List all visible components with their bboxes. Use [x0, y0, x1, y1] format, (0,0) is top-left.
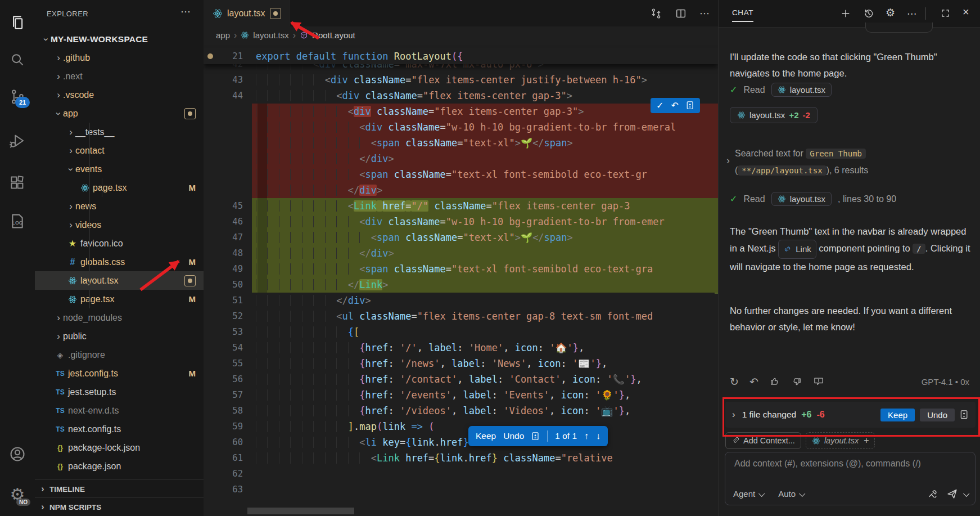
chevron-right-icon[interactable]: ›	[66, 145, 75, 156]
code-line-53[interactable]: 53 {[	[204, 324, 718, 340]
npm-scripts-section[interactable]: ›NPM SCRIPTS	[35, 497, 204, 516]
search-tool-row[interactable]: › Searched text for Green Thumb (**/app/…	[726, 145, 868, 179]
code-line-54[interactable]: 54 {href: '/', label: 'Home', icon: '🏠'}…	[204, 340, 718, 356]
code-line-deleted[interactable]: </div>	[204, 182, 718, 198]
tree-root[interactable]: ›MY-NEW-WORKSPACE	[35, 30, 204, 48]
horizontal-scrollbar[interactable]	[247, 508, 354, 514]
chevron-right-icon[interactable]: ›	[54, 71, 63, 82]
maximize-panel-icon[interactable]	[940, 8, 951, 19]
model-label[interactable]: GPT-4.1 • 0x	[922, 377, 969, 387]
sticky-scroll-line[interactable]: 21export default function RootLayout({	[204, 48, 718, 64]
agent-mode-dropdown[interactable]: Agent	[733, 489, 764, 499]
code-line-58[interactable]: 58 {href: '/videos', label: 'Videos', ic…	[204, 403, 718, 419]
chevron-right-icon[interactable]: ›	[66, 219, 75, 231]
file-diff-chip[interactable]: layout.tsx +2 -2	[730, 107, 818, 123]
file-chip[interactable]: layout.tsx	[771, 83, 832, 97]
close-panel-icon[interactable]: ×	[963, 6, 969, 19]
settings-gear-icon[interactable]: ⚙ NO	[0, 481, 35, 508]
explorer-icon[interactable]	[0, 9, 35, 36]
chat-tab[interactable]: CHAT	[732, 8, 753, 17]
compare-changes-icon[interactable]	[650, 7, 662, 20]
chevron-right-icon[interactable]: ›	[54, 89, 63, 101]
code-line-deleted[interactable]: <span className="text-xl">🌱</span>	[204, 135, 718, 151]
report-issue-icon[interactable]	[813, 376, 824, 387]
tree-item-jest.config.ts[interactable]: TSjest.config.tsM	[35, 364, 204, 383]
tree-item-app[interactable]: ›app	[35, 104, 204, 123]
send-icon[interactable]	[946, 488, 958, 500]
send-options-caret[interactable]	[963, 490, 969, 496]
source-control-icon[interactable]: 21	[0, 83, 35, 110]
chevron-right-icon[interactable]: ›	[54, 52, 63, 64]
next-diff-icon[interactable]: ↓	[596, 431, 600, 441]
code-line-deleted[interactable]: <span className="text-xl font-semibold e…	[204, 167, 718, 182]
tree-item--tests-[interactable]: ›__tests__	[35, 123, 204, 141]
tree-item-.github[interactable]: ›.github	[35, 48, 204, 67]
tree-item-favicon.ico[interactable]: ★favicon.ico	[35, 234, 204, 253]
code-line-60[interactable]: 60 <li key={link.href}>	[204, 434, 718, 450]
chevron-down-icon[interactable]: ›	[65, 165, 76, 174]
code-line-48[interactable]: 48 </div>	[204, 245, 718, 261]
accept-check-icon[interactable]: ✓	[656, 101, 663, 110]
undo-arrow-icon[interactable]: ↶	[671, 101, 678, 110]
tree-item-jest.setup.ts[interactable]: TSjest.setup.ts	[35, 383, 204, 401]
extensions-icon[interactable]	[0, 169, 35, 196]
code-line-47[interactable]: 47 <span className="text-xl">🌱</span>	[204, 230, 718, 245]
account-icon[interactable]	[0, 441, 35, 468]
thumbs-down-icon[interactable]	[791, 376, 802, 387]
tree-item-.gitignore[interactable]: ◈.gitignore	[35, 346, 204, 364]
explorer-more-icon[interactable]: ⋯	[180, 6, 191, 18]
tree-item-videos[interactable]: ›videos	[35, 216, 204, 234]
prev-diff-icon[interactable]: ↑	[584, 431, 589, 441]
code-line-57[interactable]: 57 {href: '/events', label: 'Events', ic…	[204, 387, 718, 403]
code-line-50[interactable]: 50 </Link>	[204, 277, 718, 293]
code-line-49[interactable]: 49 <span className="text-xl font-semibol…	[204, 261, 718, 277]
code-area[interactable]: 42 <div className="max-w-7xl mx-auto px-…	[204, 44, 718, 516]
tab-layout-tsx[interactable]: layout.tsx	[204, 0, 290, 26]
breadcrumb-app[interactable]: app	[216, 30, 230, 40]
chevron-right-icon[interactable]: ›	[66, 201, 75, 212]
tree-item-.next[interactable]: ›.next	[35, 67, 204, 86]
code-line-21[interactable]: 21export default function RootLayout({	[204, 48, 718, 64]
chat-input[interactable]	[733, 458, 967, 469]
log-extension-icon[interactable]: LOG	[0, 208, 35, 235]
code-line-deleted[interactable]: </div>	[204, 151, 718, 167]
split-editor-icon[interactable]	[675, 7, 687, 20]
diff-file-icon[interactable]	[686, 101, 694, 110]
thumbs-up-icon[interactable]	[769, 376, 780, 387]
code-line-63[interactable]: 63	[204, 482, 718, 497]
undo-button[interactable]: Undo	[503, 431, 524, 441]
breadcrumb-file[interactable]: layout.tsx	[253, 30, 288, 40]
chat-settings-gear-icon[interactable]: ⚙	[886, 6, 895, 19]
code-line-44[interactable]: 44 <div className="flex items-center gap…	[204, 88, 718, 104]
code-line-46[interactable]: 46 <div className="w-10 h-10 bg-gradient…	[204, 214, 718, 230]
editor-more-icon[interactable]: ⋯	[699, 7, 710, 20]
search-icon[interactable]	[0, 46, 35, 73]
retry-icon[interactable]: ↻	[730, 376, 739, 387]
new-chat-icon[interactable]	[840, 8, 851, 19]
file-chip[interactable]: layout.tsx	[771, 192, 832, 206]
chevron-right-icon[interactable]: ›	[726, 152, 730, 179]
run-debug-icon[interactable]	[0, 127, 35, 154]
keep-button[interactable]: Keep	[476, 431, 496, 441]
add-file-icon[interactable]: +	[864, 436, 869, 446]
chevron-down-icon[interactable]: ›	[53, 109, 64, 118]
timeline-section[interactable]: ›TIMELINE	[35, 479, 204, 498]
chevron-right-icon[interactable]: ›	[66, 127, 75, 138]
tree-item-news[interactable]: ›news	[35, 197, 204, 216]
tree-item-globals.css[interactable]: #globals.cssM	[35, 253, 204, 271]
chevron-right-icon[interactable]: ›	[54, 312, 63, 324]
history-icon[interactable]	[863, 8, 874, 19]
code-line-59[interactable]: 59 ].map(link => (	[204, 419, 718, 434]
tree-item-layout.tsx[interactable]: layout.tsx	[35, 271, 204, 290]
code-line-deleted[interactable]: <div className="flex items-center gap-3"…	[204, 104, 718, 119]
tree-item-.vscode[interactable]: ›.vscode	[35, 86, 204, 104]
tree-item-contact[interactable]: ›contact	[35, 141, 204, 160]
tools-icon[interactable]	[927, 488, 938, 500]
tree-item-next.config.ts[interactable]: TSnext.config.ts	[35, 420, 204, 438]
tree-item-next-env.d.ts[interactable]: TSnext-env.d.ts	[35, 401, 204, 420]
tab-modified-badge[interactable]	[270, 8, 281, 19]
tree-item-public[interactable]: ›public	[35, 327, 204, 346]
code-line-51[interactable]: 51 </div>	[204, 293, 718, 308]
tree-item-package.json[interactable]: {}package.json	[35, 457, 204, 475]
code-line-61[interactable]: 61 <Link href={link.href} className="rel…	[204, 450, 718, 466]
